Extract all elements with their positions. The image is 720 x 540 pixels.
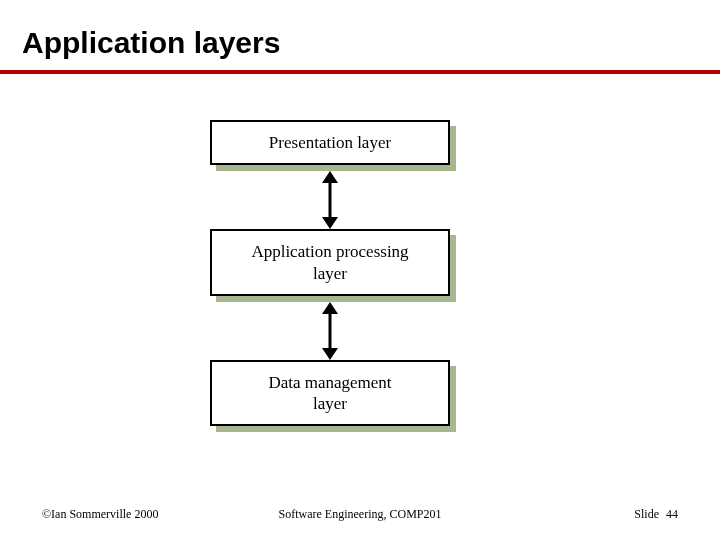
footer-left: ©Ian Sommerville 2000 [42, 507, 158, 522]
layer-label: Data managementlayer [210, 360, 450, 427]
slide: Application layers Presentation layer Ap… [0, 0, 720, 540]
footer-right: Slide 44 [634, 507, 678, 522]
slide-footer: ©Ian Sommerville 2000 Software Engineeri… [0, 507, 720, 522]
layer-label: Presentation layer [210, 120, 450, 165]
footer-right-label: Slide [634, 507, 662, 521]
bidirectional-arrow-icon [328, 171, 332, 229]
layer-diagram: Presentation layer Application processin… [200, 120, 460, 426]
layer-box-2: Application processinglayer [210, 229, 450, 296]
layer-box-3: Data managementlayer [210, 360, 450, 427]
layer-box-1: Presentation layer [210, 120, 450, 165]
bidirectional-arrow-icon [328, 302, 332, 360]
slide-number: 44 [666, 507, 678, 521]
footer-center: Software Engineering, COMP201 [279, 507, 442, 522]
slide-title: Application layers [0, 0, 720, 74]
layer-label: Application processinglayer [210, 229, 450, 296]
